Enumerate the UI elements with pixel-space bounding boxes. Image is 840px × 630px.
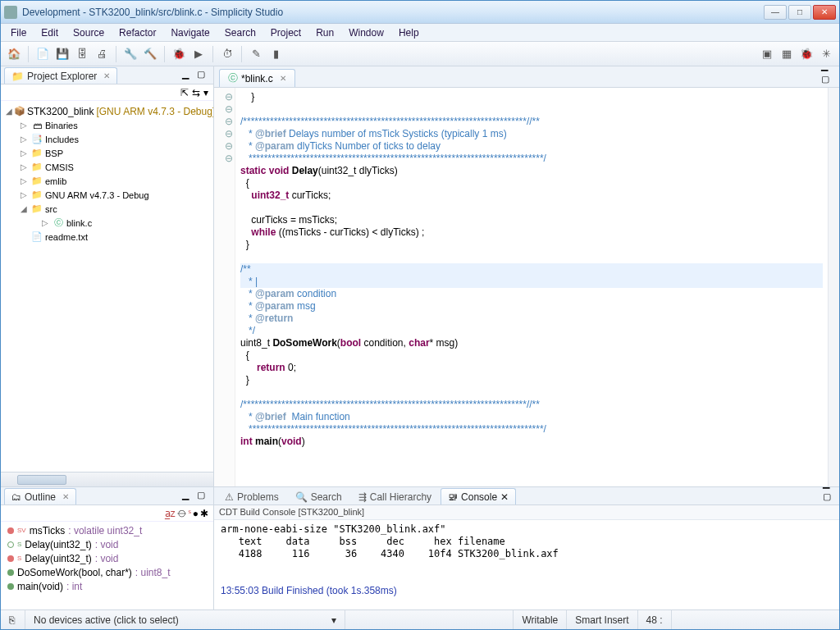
app-window: Development - STK3200_blink/src/blink.c … bbox=[0, 0, 840, 630]
menubar: File Edit Source Refactor Navigate Searc… bbox=[1, 24, 839, 42]
minimize-view-icon[interactable]: ▁ bbox=[182, 490, 195, 503]
hide-static-icon[interactable]: ˢ bbox=[188, 508, 191, 519]
expand-icon[interactable]: ▷ bbox=[19, 148, 29, 158]
tab-problems[interactable]: ⚠Problems bbox=[217, 488, 286, 504]
perspective-icon-1[interactable]: ▣ bbox=[759, 46, 775, 62]
editor-gutter[interactable]: ⊖⊖⊖⊖⊖⊖ bbox=[214, 88, 235, 486]
close-icon[interactable]: ✕ bbox=[280, 74, 286, 83]
collapse-icon[interactable]: ◢ bbox=[6, 107, 12, 116]
project-explorer-tab[interactable]: 📁 Project Explorer ✕ bbox=[4, 67, 117, 84]
home-icon[interactable]: 🏠 bbox=[6, 46, 22, 62]
titlebar[interactable]: Development - STK3200_blink/src/blink.c … bbox=[1, 1, 839, 24]
maximize-view-icon[interactable]: ▢ bbox=[197, 69, 210, 82]
perspective-icon-2[interactable]: ▦ bbox=[778, 46, 795, 62]
horizontal-scrollbar[interactable] bbox=[1, 472, 213, 486]
save-all-icon[interactable]: 🗄 bbox=[74, 46, 90, 62]
menu-edit[interactable]: Edit bbox=[34, 25, 65, 40]
save-icon[interactable]: 💾 bbox=[54, 46, 71, 62]
build-finished-line: 13:55:03 Build Finished (took 1s.358ms) bbox=[221, 585, 833, 597]
tree-item[interactable]: ▷🗃Binaries bbox=[2, 118, 212, 132]
outline-item[interactable]: SVmsTicks : volatile uint32_t bbox=[2, 523, 212, 537]
view-menu-icon[interactable]: ▾ bbox=[203, 87, 208, 98]
maximize-editor-icon[interactable]: ▢ bbox=[821, 74, 834, 87]
tree-item[interactable]: ▷📁emlib bbox=[2, 174, 212, 188]
tab-call-hierarchy[interactable]: ⇶Call Hierarchy bbox=[351, 488, 439, 504]
tree-item[interactable]: ▷📁GNU ARM v4.7.3 - Debug bbox=[2, 188, 212, 202]
collapse-all-icon[interactable]: ⇱ bbox=[180, 87, 189, 98]
profile-icon[interactable]: ⏱ bbox=[219, 46, 235, 62]
editor-tab-blink[interactable]: ⓒ *blink.c ✕ bbox=[219, 69, 295, 87]
debug-persp-icon[interactable]: 🐞 bbox=[798, 46, 815, 62]
close-icon[interactable]: ✕ bbox=[62, 492, 69, 501]
tree-item[interactable]: ▷📁BSP bbox=[2, 146, 212, 160]
new-icon[interactable]: 📄 bbox=[34, 46, 51, 62]
expand-icon[interactable]: ▷ bbox=[19, 176, 29, 185]
print-icon[interactable]: 🖨 bbox=[94, 46, 110, 62]
tree-project-root[interactable]: ◢ 📦 STK3200_blink [GNU ARM v4.7.3 - Debu… bbox=[2, 104, 212, 118]
tree-item-label: Binaries bbox=[45, 121, 78, 130]
menu-search[interactable]: Search bbox=[218, 25, 262, 40]
link-editor-icon[interactable]: ⇆ bbox=[192, 87, 200, 98]
menu-project[interactable]: Project bbox=[264, 25, 308, 40]
code-editor[interactable]: ⊖⊖⊖⊖⊖⊖ } /******************************… bbox=[214, 88, 839, 486]
main-toolbar: 🏠 📄 💾 🗄 🖨 🔧 🔨 🐞 ▶ ⏱ ✎ ▮ ▣ ▦ 🐞 ✳ bbox=[1, 42, 839, 66]
chevron-down-icon[interactable]: ▾ bbox=[331, 614, 336, 626]
close-button[interactable]: ✕ bbox=[813, 5, 836, 20]
expand-icon[interactable]: ▷ bbox=[19, 162, 29, 171]
minimize-view-icon[interactable]: ▁ bbox=[182, 69, 195, 82]
project-tree[interactable]: ◢ 📦 STK3200_blink [GNU ARM v4.7.3 - Debu… bbox=[1, 101, 213, 472]
minimize-button[interactable]: — bbox=[764, 5, 787, 20]
menu-help[interactable]: Help bbox=[392, 25, 426, 40]
tab-console[interactable]: 🖳Console✕ bbox=[441, 488, 516, 504]
tree-item[interactable]: ◢📁src bbox=[2, 202, 212, 216]
menu-run[interactable]: Run bbox=[309, 25, 340, 40]
outline-type: : void bbox=[95, 539, 119, 550]
expand-icon[interactable]: ▷ bbox=[19, 190, 29, 199]
build-icon[interactable]: 🔧 bbox=[122, 46, 139, 62]
console-output[interactable]: arm-none-eabi-size "STK3200_blink.axf" t… bbox=[214, 520, 839, 609]
search-icon: 🔍 bbox=[295, 491, 308, 503]
maximize-view-icon[interactable]: ▢ bbox=[823, 491, 836, 504]
tree-item[interactable]: ▷📑Includes bbox=[2, 132, 212, 146]
hammer-icon[interactable]: 🔨 bbox=[142, 46, 158, 62]
toggle-icon[interactable]: ✎ bbox=[248, 46, 264, 62]
menu-refactor[interactable]: Refactor bbox=[112, 25, 162, 40]
outline-list[interactable]: SVmsTicks : volatile uint32_tSDelay(uint… bbox=[1, 522, 213, 609]
expand-icon[interactable]: ▷ bbox=[19, 121, 29, 130]
overview-ruler[interactable] bbox=[828, 88, 839, 486]
status-icon[interactable]: ⎘ bbox=[1, 610, 25, 629]
sort-az-icon[interactable]: a̲z bbox=[165, 508, 176, 519]
minimize-editor-icon[interactable]: ▁ bbox=[821, 61, 834, 74]
debug-icon[interactable]: 🐞 bbox=[171, 46, 187, 62]
outline-tab[interactable]: 🗂 Outline ✕ bbox=[4, 488, 76, 504]
expand-icon[interactable]: ▷ bbox=[19, 135, 29, 144]
menu-file[interactable]: File bbox=[4, 25, 33, 40]
run-icon[interactable]: ▶ bbox=[190, 46, 207, 62]
tree-item[interactable]: ▷📁CMSIS bbox=[2, 160, 212, 174]
loading-icon: ✳ bbox=[818, 46, 834, 62]
expand-icon[interactable]: ▷ bbox=[40, 218, 50, 227]
menu-navigate[interactable]: Navigate bbox=[164, 25, 216, 40]
hide-fields-icon[interactable]: ⦵ bbox=[177, 508, 186, 519]
close-icon[interactable]: ✕ bbox=[103, 71, 110, 80]
cfile-icon: ⓒ bbox=[52, 217, 65, 229]
outline-item[interactable]: SDelay(uint32_t) : void bbox=[2, 551, 212, 565]
hide-nonpublic-icon[interactable]: ● bbox=[193, 508, 199, 519]
outline-item[interactable]: DoSomeWork(bool, char*) : uint8_t bbox=[2, 565, 212, 579]
outline-item[interactable]: main(void) : int bbox=[2, 579, 212, 593]
tree-item[interactable]: 📄readme.txt bbox=[2, 230, 212, 244]
close-icon[interactable]: ✕ bbox=[500, 491, 509, 503]
outline-item[interactable]: SDelay(uint32_t) : void bbox=[2, 537, 212, 551]
tab-search[interactable]: 🔍Search bbox=[288, 488, 349, 504]
menu-source[interactable]: Source bbox=[66, 25, 111, 40]
menu-window[interactable]: Window bbox=[342, 25, 390, 40]
maximize-button[interactable]: □ bbox=[788, 5, 811, 20]
code-body[interactable]: } /*************************************… bbox=[235, 88, 828, 486]
block-icon[interactable]: ▮ bbox=[267, 46, 284, 62]
collapse-icon[interactable]: ◢ bbox=[19, 204, 29, 213]
tree-item[interactable]: ▷ⓒblink.c bbox=[2, 216, 212, 230]
app-icon bbox=[4, 6, 17, 19]
status-device[interactable]: No devices active (click to select)▾ bbox=[25, 610, 345, 629]
filter-icon[interactable]: ✱ bbox=[200, 508, 208, 519]
maximize-view-icon[interactable]: ▢ bbox=[197, 490, 210, 503]
